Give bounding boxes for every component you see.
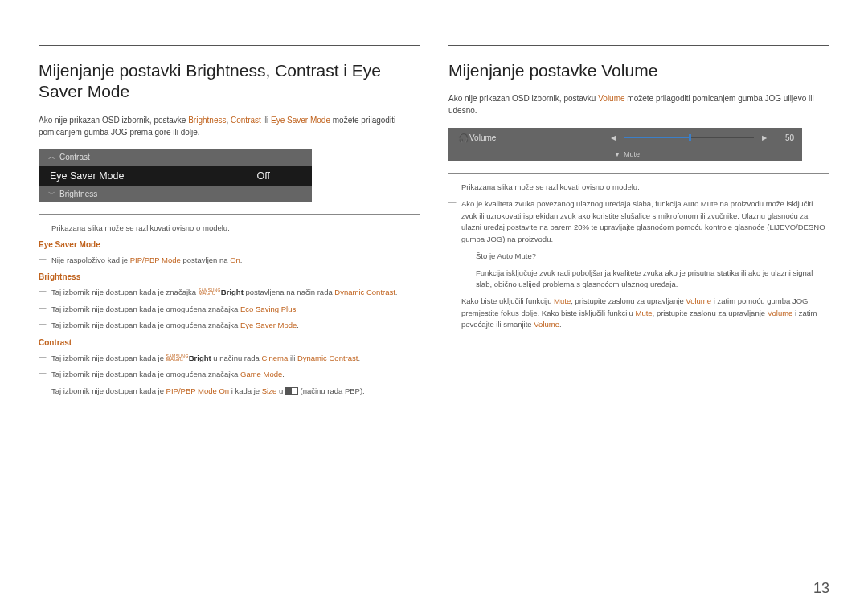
samsung-magic-icon: SAMSUNGMAGIC (199, 288, 221, 296)
intro-right: Ako nije prikazan OSD izbornik, postavku… (448, 92, 829, 116)
notes-left: ―Prikazana slika može se razlikovati ovi… (39, 223, 420, 398)
headphone-icon: 🎧 (458, 133, 469, 143)
divider (39, 214, 420, 215)
left-column: Mijenjanje postavki Brightness, Contrast… (39, 45, 420, 403)
osd-row-brightness: ﹀ Brightness (39, 186, 312, 202)
subhead-brightness: Brightness (39, 271, 420, 284)
right-column: Mijenjanje postavke Volume Ako nije prik… (448, 45, 829, 403)
osd-volume-panel: 🎧 Volume ◀ ▶ 50 ▼ Mute (448, 128, 802, 161)
pbp-icon (285, 387, 298, 395)
chevron-up-icon: ︿ (48, 152, 59, 162)
triangle-right-icon: ▶ (757, 134, 772, 141)
subhead-contrast: Contrast (39, 337, 420, 349)
heading-left: Mijenjanje postavki Brightness, Contrast… (39, 60, 420, 103)
manual-page: Mijenjanje postavki Brightness, Contrast… (0, 0, 868, 403)
osd-brightness-panel: ︿ Contrast Eye Saver Mode Off ﹀ Brightne… (39, 149, 312, 202)
triangle-left-icon: ◀ (606, 134, 620, 141)
osd-row-contrast: ︿ Contrast (39, 149, 312, 166)
intro-left: Ako nije prikazan OSD izbornik, postavke… (39, 114, 420, 138)
volume-slider (624, 137, 754, 138)
chevron-down-icon: ﹀ (48, 189, 59, 199)
divider (448, 173, 829, 174)
triangle-down-icon: ▼ (614, 151, 624, 158)
page-number: 13 (813, 580, 829, 597)
samsung-magic-icon: SAMSUNGMAGIC (166, 354, 189, 362)
subhead-eye: Eye Saver Mode (39, 239, 420, 251)
osd-mute-row: ▼ Mute (448, 147, 802, 161)
osd-volume-row: 🎧 Volume ◀ ▶ 50 (448, 128, 802, 147)
notes-right: ―Prikazana slika može se razlikovati ovi… (448, 182, 829, 331)
heading-right: Mijenjanje postavke Volume (448, 60, 829, 81)
osd-row-eye-saver: Eye Saver Mode Off (39, 166, 312, 186)
